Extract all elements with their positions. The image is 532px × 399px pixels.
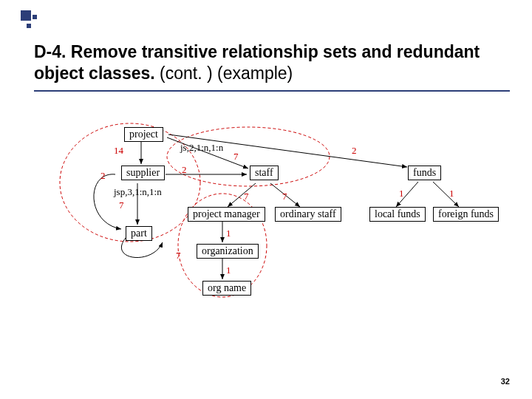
label-7-c: 7 bbox=[244, 191, 249, 202]
label-7-d: 7 bbox=[282, 191, 287, 202]
node-foreign-funds: foreign funds bbox=[433, 207, 499, 222]
svg-line-8 bbox=[228, 183, 256, 207]
label-7-a: 7 bbox=[233, 151, 239, 163]
label-2-mid: 2 bbox=[182, 164, 187, 176]
node-ordinary-staff: ordinary staff bbox=[275, 207, 341, 222]
er-diagram: project supplier staff funds part projec… bbox=[34, 112, 510, 319]
svg-line-11 bbox=[433, 182, 459, 207]
label-14: 14 bbox=[114, 145, 123, 157]
label-7-e: 7 bbox=[176, 250, 181, 262]
node-staff: staff bbox=[250, 166, 279, 180]
label-jsp: jsp,3,1:n,1:n bbox=[114, 186, 162, 198]
label-1-d: 1 bbox=[226, 265, 231, 276]
node-local-funds: local funds bbox=[369, 207, 426, 222]
node-project-manager: project manager bbox=[188, 207, 265, 222]
node-project: project bbox=[124, 127, 163, 142]
title-suffix: (cont. ) (example) bbox=[155, 64, 293, 83]
label-1-c: 1 bbox=[226, 228, 231, 239]
label-2-left: 2 bbox=[100, 170, 106, 182]
node-organization: organization bbox=[197, 244, 259, 259]
node-part: part bbox=[126, 226, 152, 241]
page-number: 32 bbox=[501, 377, 510, 386]
label-7-b: 7 bbox=[119, 200, 124, 211]
slide: D-4. Remove transitive relationship sets… bbox=[0, 0, 532, 399]
label-1-a: 1 bbox=[399, 188, 404, 200]
svg-point-1 bbox=[167, 127, 330, 186]
node-org-name: org name bbox=[202, 281, 251, 296]
node-supplier: supplier bbox=[121, 166, 165, 180]
node-funds: funds bbox=[408, 166, 441, 180]
slide-title: D-4. Remove transitive relationship sets… bbox=[34, 41, 510, 84]
label-js: js,2,1:n,1:n bbox=[180, 142, 223, 154]
title-rule bbox=[34, 90, 510, 92]
label-2-right: 2 bbox=[352, 145, 357, 157]
label-1-b: 1 bbox=[449, 188, 454, 200]
